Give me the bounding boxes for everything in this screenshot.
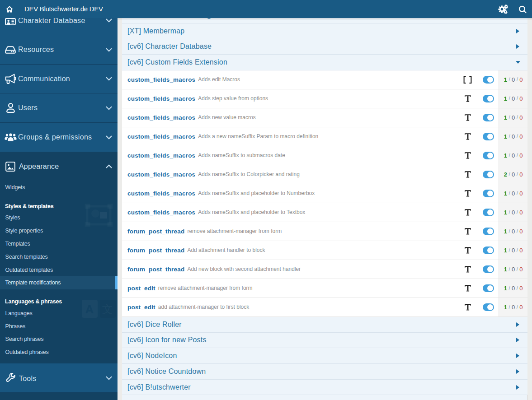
svg-text:文: 文 <box>102 303 113 315</box>
svg-text:A: A <box>85 302 94 316</box>
